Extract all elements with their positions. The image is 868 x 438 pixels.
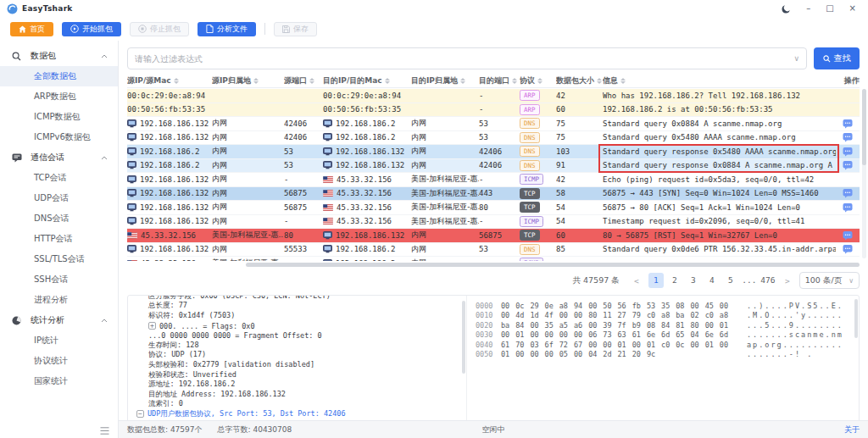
table-row[interactable]: 192.168.186.132内网42406192.168.186.2内网53D… <box>127 117 860 131</box>
column-header-目的IP/目的Mac[interactable]: 目的IP/目的Mac <box>323 75 411 86</box>
table-row[interactable]: 192.168.186.2内网53192.168.186.132内网42406D… <box>127 159 860 174</box>
page-number-5[interactable]: 5 <box>723 273 738 288</box>
hex-row[interactable]: 0000000c290ea894005056fb533508004500..).… <box>476 301 855 311</box>
column-header-目的端口[interactable]: 目的端口 <box>479 75 520 86</box>
sort-icon[interactable] <box>385 78 390 84</box>
tree-line[interactable]: 校验和状态: Unverified <box>133 370 465 380</box>
sort-icon[interactable] <box>512 78 517 84</box>
column-header-数据包大小[interactable]: 数据包大小 <box>556 75 603 86</box>
column-header-目的IP归属地[interactable]: 目的IP归属地 <box>411 75 479 86</box>
table-row[interactable]: 192.168.186.132内网55533192.168.186.2内网53D… <box>127 243 860 258</box>
sort-icon[interactable] <box>174 78 179 84</box>
sort-icon[interactable] <box>460 78 465 84</box>
sidebar-item-ARP数据包[interactable]: ARP数据包 <box>0 86 118 107</box>
sort-icon[interactable] <box>253 78 259 84</box>
table-row[interactable]: 192.168.186.132内网5687545.33.32.156美国-加利福… <box>127 187 860 202</box>
tree-line[interactable]: ...0 0000 0000 0000 = Fragment Offset: 0 <box>133 330 465 341</box>
chat-action-icon[interactable] <box>843 202 853 213</box>
sidebar-item-国家统计[interactable]: 国家统计 <box>0 371 118 391</box>
tree-line[interactable]: 总长度: 77 <box>133 302 465 312</box>
collapse-icon[interactable]: − <box>136 410 144 418</box>
page-number-1[interactable]: 1 <box>648 273 664 288</box>
table-horizontal-scrollbar[interactable] <box>127 263 860 267</box>
close-icon[interactable]: × <box>849 4 856 13</box>
table-row[interactable]: 192.168.186.132内网-45.33.32.156美国-加利福尼亚-惠… <box>127 173 860 187</box>
chat-action-icon[interactable] <box>843 119 853 129</box>
prev-page-icon[interactable]: < <box>630 276 643 286</box>
sort-icon[interactable] <box>537 78 542 84</box>
about-link[interactable]: 关于 <box>844 424 860 435</box>
sidebar-item-SSL/TLS会话[interactable]: SSL/TLS会话 <box>0 249 118 269</box>
table-row[interactable]: 45.33.32.156美国-加利福尼亚-惠..-192.168.186.2内网… <box>127 257 860 261</box>
sidebar-item-ICMP数据包[interactable]: ICMP数据包 <box>0 107 118 127</box>
column-header-协议[interactable]: 协议 <box>520 75 556 86</box>
chat-action-icon[interactable] <box>843 147 853 157</box>
search-button[interactable]: 查找 <box>814 47 860 69</box>
sidebar-item-SSH会话[interactable]: SSH会话 <box>0 269 118 290</box>
maximize-icon[interactable]: □ <box>826 4 833 13</box>
column-header-信息[interactable]: 信息 <box>603 75 836 86</box>
tree-line[interactable]: 协议: UDP (17) <box>133 351 465 361</box>
filter-expression-combobox[interactable]: ∨ <box>127 47 807 69</box>
tree-line[interactable]: +000. .... = Flags: 0x0 <box>133 321 465 331</box>
page-number-2[interactable]: 2 <box>667 273 682 288</box>
sidebar-collapse-icon[interactable] <box>100 427 109 435</box>
table-vertical-scrollbar[interactable] <box>862 89 866 258</box>
tree-line[interactable]: 流索引: 0 <box>133 400 465 410</box>
sidebar-item-UDP会话[interactable]: UDP会话 <box>0 188 118 208</box>
column-header-源IP/源Mac[interactable]: 源IP/源Mac <box>127 75 212 86</box>
hex-row[interactable]: 0030000100000000067363616e6d65046e6d....… <box>476 330 855 341</box>
chat-action-icon[interactable] <box>843 132 853 142</box>
table-row[interactable]: 192.168.186.132内网-45.33.32.156美国-加利福尼亚-惠… <box>127 215 860 230</box>
tree-line[interactable]: −UDP用户数据包协议, Src Port: 53, Dst Port: 424… <box>133 409 465 419</box>
tree-line[interactable]: 标识符: 0x1d4f (7503) <box>133 311 465 321</box>
sidebar-item-IP统计[interactable]: IP统计 <box>0 330 118 351</box>
sidebar-item-DNS会话[interactable]: DNS会话 <box>0 208 118 229</box>
hex-row[interactable]: 00406170036f72670000010001c00c000100ap.o… <box>476 340 855 350</box>
hex-scrollbar-thumb[interactable] <box>854 299 858 338</box>
sidebar-section-通信会话[interactable]: 通信会话 <box>0 147 118 168</box>
column-header-操作[interactable]: 操作 <box>836 75 860 86</box>
sort-icon[interactable] <box>309 78 314 84</box>
table-row[interactable]: 192.168.186.132内网5687545.33.32.156美国-加利福… <box>127 201 860 215</box>
sidebar-item-全部数据包[interactable]: 全部数据包 <box>0 66 118 86</box>
filter-expression-input[interactable] <box>135 54 793 64</box>
column-header-源IP归属地[interactable]: 源IP归属地 <box>212 75 284 86</box>
chat-action-icon[interactable] <box>843 160 853 170</box>
tree-line[interactable]: 目的地址 Address: 192.168.186.132 <box>133 390 465 400</box>
sort-icon[interactable] <box>620 78 626 84</box>
table-row[interactable]: 192.168.186.132内网42406192.168.186.2内网53D… <box>127 131 860 146</box>
sidebar-section-数据包[interactable]: 数据包 <box>0 46 118 66</box>
chat-action-icon[interactable] <box>843 244 853 254</box>
stop-capture-button[interactable]: 停止抓包 <box>130 22 189 36</box>
column-header-源端口[interactable]: 源端口 <box>284 75 323 86</box>
tree-line[interactable]: 生存时间: 128 <box>133 341 465 351</box>
page-number-3[interactable]: 3 <box>686 273 701 288</box>
table-row[interactable]: 00:50:56:fb:53:3500:50:56:fb:53:35-ARP60… <box>127 103 860 118</box>
tree-line[interactable]: 头部校验和: 0x2779 [validation disabled] <box>133 360 465 370</box>
chat-action-icon[interactable] <box>843 230 853 241</box>
analyze-file-button[interactable]: 分析文件 <box>198 22 256 36</box>
start-capture-button[interactable]: 开始抓包 <box>62 22 121 36</box>
sidebar-item-HTTP会话[interactable]: HTTP会话 <box>0 229 118 249</box>
sidebar-item-TCP会话[interactable]: TCP会话 <box>0 168 118 188</box>
expand-icon[interactable]: + <box>148 322 156 330</box>
dropdown-caret-icon[interactable]: ∨ <box>793 54 799 63</box>
more-pages-icon[interactable]: ... <box>742 273 757 288</box>
hex-row[interactable]: 0010004d1d4f000080112779c0a8ba02c0a8.M.O… <box>476 311 855 321</box>
minimize-icon[interactable]: – <box>806 4 810 13</box>
tree-line[interactable]: 源地址: 192.168.186.2 <box>133 380 465 390</box>
page-size-select[interactable]: 100 条/页 ∨ <box>799 272 860 289</box>
tree-scrollbar-thumb[interactable] <box>462 301 465 374</box>
table-row[interactable]: 45.33.32.156美国-加利福尼亚-惠..80192.168.186.13… <box>127 229 860 243</box>
sidebar-item-进程分析[interactable]: 进程分析 <box>0 290 118 310</box>
hex-row[interactable]: 0050010000000500042d21209c.......-! . <box>476 350 855 360</box>
table-row[interactable]: 00:0c:29:0e:a8:9400:0c:29:0e:a8:94-ARP42… <box>127 89 860 103</box>
page-number-476[interactable]: 476 <box>760 273 776 288</box>
sort-icon[interactable] <box>597 78 602 84</box>
chat-action-icon[interactable] <box>843 188 853 198</box>
save-button[interactable]: 保存 <box>274 22 317 36</box>
sidebar-item-协议统计[interactable]: 协议统计 <box>0 351 118 371</box>
next-page-icon[interactable]: > <box>781 276 794 286</box>
sidebar-section-统计分析[interactable]: 统计分析 <box>0 310 118 330</box>
